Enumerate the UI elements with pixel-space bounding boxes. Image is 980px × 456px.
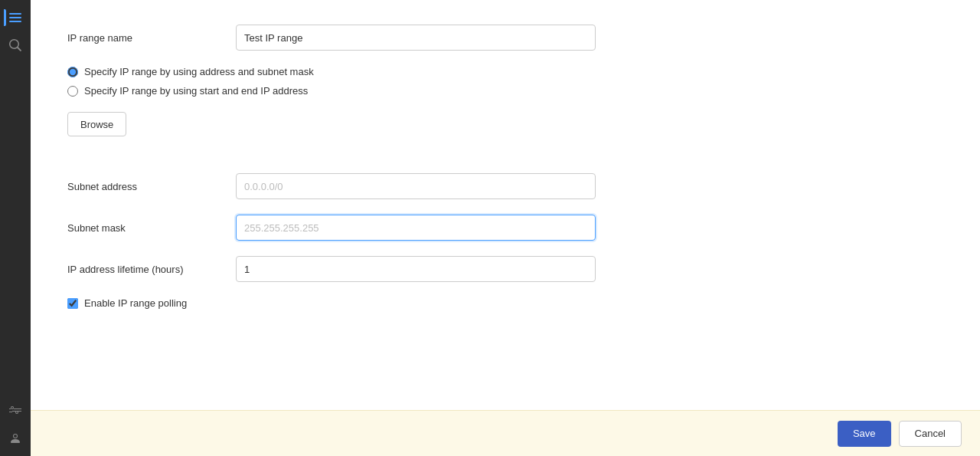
save-button[interactable]: Save [838, 421, 891, 447]
ip-lifetime-label: IP address lifetime (hours) [67, 264, 236, 275]
ip-lifetime-input[interactable] [236, 256, 596, 282]
subnet-mask-input[interactable] [236, 215, 596, 241]
enable-polling-checkbox[interactable] [67, 298, 78, 309]
radio-option2-input[interactable] [67, 86, 78, 97]
radio-option2-row[interactable]: Specify IP range by using start and end … [67, 85, 943, 97]
subnet-mask-row: Subnet mask [67, 215, 943, 241]
radio-option1-label: Specify IP range by using address and su… [84, 66, 314, 77]
cancel-button[interactable]: Cancel [899, 421, 962, 447]
inner-sidebar [0, 34, 31, 456]
radio-option2-label: Specify IP range by using start and end … [84, 85, 308, 97]
enable-polling-label: Enable IP range polling [84, 297, 187, 309]
ip-range-name-input[interactable] [236, 34, 596, 51]
form-body: IP range name Specify IP range by using … [31, 34, 980, 410]
sidebar-item-search[interactable] [4, 34, 27, 57]
subnet-address-row: Subnet address [67, 173, 943, 199]
sidebar-item-user[interactable] [4, 427, 27, 450]
subnet-mask-label: Subnet mask [67, 222, 236, 234]
ip-lifetime-row: IP address lifetime (hours) [67, 256, 943, 282]
radio-option1-input[interactable] [67, 67, 78, 77]
subnet-address-input[interactable] [236, 173, 596, 199]
browse-row: Browse [67, 112, 943, 155]
ip-range-name-row: IP range name [67, 34, 943, 51]
enable-polling-row: Enable IP range polling [67, 297, 943, 309]
ip-range-name-label: IP range name [67, 34, 236, 44]
radio-option1-row[interactable]: Specify IP range by using address and su… [67, 66, 943, 77]
sidebar-item-tune[interactable] [4, 399, 27, 422]
radio-group: Specify IP range by using address and su… [67, 66, 943, 97]
form-panel: IP range name Specify IP range by using … [31, 34, 980, 456]
subnet-address-label: Subnet address [67, 181, 236, 192]
form-footer: Save Cancel [31, 410, 980, 456]
browse-button[interactable]: Browse [67, 112, 126, 136]
